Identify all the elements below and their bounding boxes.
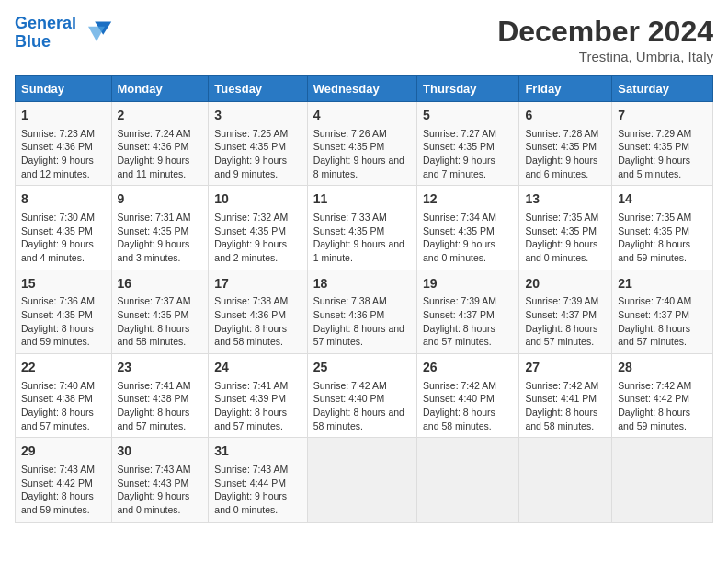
column-header-saturday: Saturday [612,76,713,102]
calendar-cell: 9Sunrise: 7:31 AMSunset: 4:35 PMDaylight… [111,186,209,270]
day-number: 16 [118,275,203,293]
day-number: 29 [21,442,106,461]
day-info: Sunrise: 7:39 AMSunset: 4:37 PMDaylight:… [525,294,606,349]
day-number: 3 [214,107,301,125]
day-number: 2 [118,107,203,125]
day-info: Sunrise: 7:27 AMSunset: 4:35 PMDaylight:… [423,127,513,181]
page-header: General Blue December 2024 Trestina, Umb… [15,15,713,64]
day-number: 30 [118,442,203,461]
calendar-cell: 21Sunrise: 7:40 AMSunset: 4:37 PMDayligh… [612,270,713,353]
day-number: 1 [21,107,106,125]
day-info: Sunrise: 7:43 AMSunset: 4:44 PMDaylight:… [214,463,301,517]
column-header-monday: Monday [111,76,209,102]
day-info: Sunrise: 7:28 AMSunset: 4:35 PMDaylight:… [525,127,606,181]
day-number: 22 [21,359,106,377]
day-info: Sunrise: 7:39 AMSunset: 4:37 PMDaylight:… [423,294,513,349]
day-number: 12 [423,190,513,209]
calendar-cell: 6Sunrise: 7:28 AMSunset: 4:35 PMDaylight… [519,102,612,186]
day-number: 15 [21,275,106,293]
calendar-cell: 10Sunrise: 7:32 AMSunset: 4:35 PMDayligh… [209,186,307,270]
calendar-cell: 7Sunrise: 7:29 AMSunset: 4:35 PMDaylight… [612,102,713,186]
day-number: 4 [313,107,411,125]
calendar-cell: 24Sunrise: 7:41 AMSunset: 4:39 PMDayligh… [209,354,307,438]
day-info: Sunrise: 7:32 AMSunset: 4:35 PMDaylight:… [214,211,301,265]
calendar-week-5: 29Sunrise: 7:43 AMSunset: 4:42 PMDayligh… [16,438,713,522]
day-info: Sunrise: 7:34 AMSunset: 4:35 PMDaylight:… [423,211,513,265]
calendar-table: SundayMondayTuesdayWednesdayThursdayFrid… [15,75,713,523]
calendar-cell: 15Sunrise: 7:36 AMSunset: 4:35 PMDayligh… [16,270,112,353]
day-info: Sunrise: 7:24 AMSunset: 4:36 PMDaylight:… [118,127,203,181]
calendar-cell: 18Sunrise: 7:38 AMSunset: 4:36 PMDayligh… [307,270,416,353]
day-number: 8 [21,190,106,209]
day-info: Sunrise: 7:30 AMSunset: 4:35 PMDaylight:… [21,211,106,265]
day-number: 31 [214,442,301,461]
day-info: Sunrise: 7:37 AMSunset: 4:35 PMDaylight:… [118,294,203,349]
calendar-cell: 30Sunrise: 7:43 AMSunset: 4:43 PMDayligh… [111,438,209,522]
calendar-header-row: SundayMondayTuesdayWednesdayThursdayFrid… [16,76,713,102]
day-number: 21 [618,275,707,293]
day-info: Sunrise: 7:35 AMSunset: 4:35 PMDaylight:… [525,211,606,265]
day-info: Sunrise: 7:43 AMSunset: 4:43 PMDaylight:… [118,463,203,517]
day-number: 11 [313,190,411,209]
calendar-cell: 3Sunrise: 7:25 AMSunset: 4:35 PMDaylight… [209,102,307,186]
day-number: 14 [618,190,707,209]
logo: General Blue [15,15,113,52]
calendar-week-2: 8Sunrise: 7:30 AMSunset: 4:35 PMDaylight… [16,186,713,270]
day-number: 20 [525,275,606,293]
day-info: Sunrise: 7:42 AMSunset: 4:41 PMDaylight:… [525,379,606,433]
month-title: December 2024 [497,15,713,49]
calendar-cell [307,438,416,522]
day-number: 5 [423,107,513,125]
calendar-cell: 17Sunrise: 7:38 AMSunset: 4:36 PMDayligh… [209,270,307,353]
calendar-cell: 27Sunrise: 7:42 AMSunset: 4:41 PMDayligh… [519,354,612,438]
calendar-cell: 22Sunrise: 7:40 AMSunset: 4:38 PMDayligh… [16,354,112,438]
day-number: 19 [423,275,513,293]
day-info: Sunrise: 7:42 AMSunset: 4:40 PMDaylight:… [423,379,513,433]
column-header-sunday: Sunday [16,76,112,102]
day-info: Sunrise: 7:41 AMSunset: 4:38 PMDaylight:… [118,379,203,433]
day-info: Sunrise: 7:33 AMSunset: 4:35 PMDaylight:… [313,211,411,265]
day-info: Sunrise: 7:40 AMSunset: 4:37 PMDaylight:… [618,294,707,349]
day-number: 18 [313,275,411,293]
day-number: 23 [118,359,203,377]
calendar-cell: 25Sunrise: 7:42 AMSunset: 4:40 PMDayligh… [307,354,416,438]
calendar-cell: 26Sunrise: 7:42 AMSunset: 4:40 PMDayligh… [417,354,519,438]
calendar-cell: 23Sunrise: 7:41 AMSunset: 4:38 PMDayligh… [111,354,209,438]
calendar-cell: 11Sunrise: 7:33 AMSunset: 4:35 PMDayligh… [307,186,416,270]
calendar-cell: 13Sunrise: 7:35 AMSunset: 4:35 PMDayligh… [519,186,612,270]
day-number: 17 [214,275,301,293]
calendar-cell [612,438,713,522]
day-info: Sunrise: 7:43 AMSunset: 4:42 PMDaylight:… [21,463,106,517]
column-header-friday: Friday [519,76,612,102]
svg-marker-1 [88,27,105,41]
day-info: Sunrise: 7:29 AMSunset: 4:35 PMDaylight:… [618,127,707,181]
day-number: 10 [214,190,301,209]
calendar-cell: 5Sunrise: 7:27 AMSunset: 4:35 PMDaylight… [417,102,519,186]
day-info: Sunrise: 7:36 AMSunset: 4:35 PMDaylight:… [21,294,106,349]
day-number: 6 [525,107,606,125]
day-info: Sunrise: 7:38 AMSunset: 4:36 PMDaylight:… [214,294,301,349]
calendar-cell: 2Sunrise: 7:24 AMSunset: 4:36 PMDaylight… [111,102,209,186]
calendar-cell: 8Sunrise: 7:30 AMSunset: 4:35 PMDaylight… [16,186,112,270]
calendar-cell: 31Sunrise: 7:43 AMSunset: 4:44 PMDayligh… [209,438,307,522]
calendar-week-3: 15Sunrise: 7:36 AMSunset: 4:35 PMDayligh… [16,270,713,353]
calendar-cell: 28Sunrise: 7:42 AMSunset: 4:42 PMDayligh… [612,354,713,438]
calendar-cell [417,438,519,522]
calendar-cell: 20Sunrise: 7:39 AMSunset: 4:37 PMDayligh… [519,270,612,353]
day-number: 9 [118,190,203,209]
calendar-cell: 1Sunrise: 7:23 AMSunset: 4:36 PMDaylight… [16,102,112,186]
day-number: 24 [214,359,301,377]
day-info: Sunrise: 7:35 AMSunset: 4:35 PMDaylight:… [618,211,707,265]
logo-icon [80,17,113,50]
calendar-cell: 14Sunrise: 7:35 AMSunset: 4:35 PMDayligh… [612,186,713,270]
day-number: 28 [618,359,707,377]
day-number: 25 [313,359,411,377]
day-info: Sunrise: 7:25 AMSunset: 4:35 PMDaylight:… [214,127,301,181]
day-info: Sunrise: 7:26 AMSunset: 4:35 PMDaylight:… [313,127,411,181]
day-info: Sunrise: 7:41 AMSunset: 4:39 PMDaylight:… [214,379,301,433]
logo-text: General Blue [15,15,76,52]
calendar-week-1: 1Sunrise: 7:23 AMSunset: 4:36 PMDaylight… [16,102,713,186]
day-number: 13 [525,190,606,209]
day-info: Sunrise: 7:42 AMSunset: 4:40 PMDaylight:… [313,379,411,433]
column-header-thursday: Thursday [417,76,519,102]
